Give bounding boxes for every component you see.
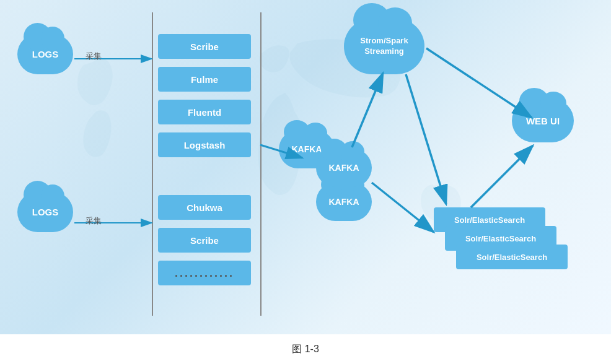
kafka-cloud-2: KAFKA bbox=[316, 149, 372, 187]
logs-cloud-2: LOGS bbox=[17, 192, 73, 232]
vertical-line-1 bbox=[152, 12, 153, 316]
diagram-container: LOGS LOGS Strom/Spark Streaming WEB UI K… bbox=[0, 0, 611, 334]
collector-scribe-2: Scribe bbox=[158, 228, 251, 253]
logs-cloud-1: LOGS bbox=[17, 34, 73, 74]
storm-cloud: Strom/Spark Streaming bbox=[344, 19, 424, 74]
collector-fulme: Fulme bbox=[158, 67, 251, 92]
kafka-cloud-3: KAFKA bbox=[316, 183, 372, 221]
label-collect-2: 采集 bbox=[86, 215, 102, 227]
caption: 图 1-3 bbox=[0, 334, 611, 364]
vertical-line-2 bbox=[260, 12, 262, 316]
webui-cloud: WEB UI bbox=[512, 99, 574, 142]
collector-chukwa: Chukwa bbox=[158, 195, 251, 220]
collector-logstash: Logstash bbox=[158, 132, 251, 157]
collector-scribe-1: Scribe bbox=[158, 34, 251, 59]
collector-dots: ............ bbox=[158, 261, 251, 285]
collector-fluentd: Fluentd bbox=[158, 100, 251, 124]
solr-box-3: Solr/ElasticSearch bbox=[456, 245, 568, 269]
label-collect-1: 采集 bbox=[86, 51, 102, 62]
